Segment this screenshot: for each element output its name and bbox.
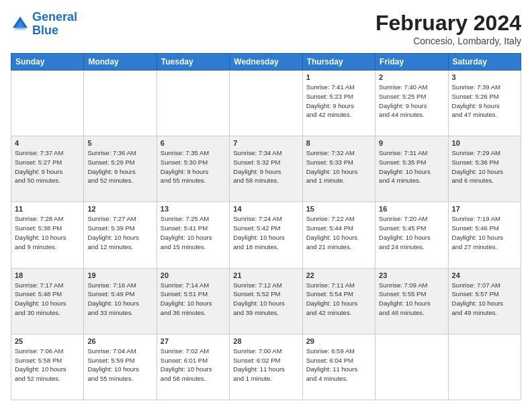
calendar-week-row: 25Sunrise: 7:06 AM Sunset: 5:58 PM Dayli… [11, 334, 521, 400]
calendar-cell [84, 71, 157, 136]
day-info: Sunrise: 7:27 AM Sunset: 5:39 PM Dayligh… [87, 214, 152, 251]
calendar-cell: 18Sunrise: 7:17 AM Sunset: 5:48 PM Dayli… [11, 268, 84, 334]
calendar-cell: 5Sunrise: 7:36 AM Sunset: 5:29 PM Daylig… [84, 136, 157, 202]
calendar-day-header: Friday [375, 54, 448, 71]
calendar-cell: 13Sunrise: 7:25 AM Sunset: 5:41 PM Dayli… [157, 202, 229, 268]
calendar-week-row: 4Sunrise: 7:37 AM Sunset: 5:27 PM Daylig… [11, 136, 521, 202]
logo: General Blue [11, 11, 77, 38]
calendar-cell: 27Sunrise: 7:02 AM Sunset: 6:01 PM Dayli… [157, 334, 229, 400]
day-number: 17 [452, 205, 517, 213]
day-info: Sunrise: 7:17 AM Sunset: 5:48 PM Dayligh… [15, 281, 80, 318]
calendar-cell [448, 334, 521, 400]
day-number: 14 [233, 205, 298, 213]
calendar-cell: 20Sunrise: 7:14 AM Sunset: 5:51 PM Dayli… [157, 268, 229, 334]
calendar-day-header: Monday [84, 54, 157, 71]
calendar-cell: 8Sunrise: 7:32 AM Sunset: 5:33 PM Daylig… [302, 136, 375, 202]
calendar-cell: 21Sunrise: 7:12 AM Sunset: 5:52 PM Dayli… [230, 268, 302, 334]
page: General Blue February 2024 Concesio, Lom… [0, 0, 532, 411]
day-info: Sunrise: 7:11 AM Sunset: 5:54 PM Dayligh… [306, 281, 371, 318]
day-number: 8 [306, 139, 371, 147]
day-number: 10 [452, 139, 517, 147]
day-info: Sunrise: 7:22 AM Sunset: 5:44 PM Dayligh… [306, 214, 371, 251]
calendar-cell: 25Sunrise: 7:06 AM Sunset: 5:58 PM Dayli… [11, 334, 84, 400]
day-number: 23 [379, 271, 444, 279]
calendar-cell: 1Sunrise: 7:41 AM Sunset: 5:23 PM Daylig… [302, 71, 375, 136]
day-info: Sunrise: 7:00 AM Sunset: 6:02 PM Dayligh… [233, 347, 298, 383]
calendar-cell [157, 71, 229, 136]
day-number: 5 [87, 139, 152, 147]
day-info: Sunrise: 7:35 AM Sunset: 5:30 PM Dayligh… [161, 148, 226, 185]
day-info: Sunrise: 7:16 AM Sunset: 5:49 PM Dayligh… [87, 281, 152, 318]
day-number: 20 [161, 271, 226, 279]
calendar-cell [230, 71, 302, 136]
day-info: Sunrise: 7:40 AM Sunset: 5:25 PM Dayligh… [379, 83, 444, 120]
day-info: Sunrise: 7:06 AM Sunset: 5:58 PM Dayligh… [15, 347, 80, 383]
calendar-day-header: Wednesday [230, 54, 302, 71]
calendar-cell [375, 334, 448, 400]
day-number: 28 [233, 337, 298, 345]
day-number: 15 [306, 205, 371, 213]
calendar-cell: 22Sunrise: 7:11 AM Sunset: 5:54 PM Dayli… [302, 268, 375, 334]
day-number: 6 [161, 139, 226, 147]
day-info: Sunrise: 7:31 AM Sunset: 5:35 PM Dayligh… [379, 148, 444, 185]
day-info: Sunrise: 7:24 AM Sunset: 5:42 PM Dayligh… [233, 214, 298, 251]
main-title: February 2024 [375, 11, 521, 36]
day-number: 11 [15, 205, 80, 213]
logo-line1: General [32, 10, 77, 24]
day-number: 26 [87, 337, 152, 345]
calendar-cell: 7Sunrise: 7:34 AM Sunset: 5:32 PM Daylig… [230, 136, 302, 202]
day-info: Sunrise: 7:25 AM Sunset: 5:41 PM Dayligh… [161, 214, 226, 251]
calendar-cell: 29Sunrise: 6:59 AM Sunset: 6:04 PM Dayli… [302, 334, 375, 400]
calendar-cell: 19Sunrise: 7:16 AM Sunset: 5:49 PM Dayli… [84, 268, 157, 334]
day-number: 29 [306, 337, 371, 345]
calendar-cell: 16Sunrise: 7:20 AM Sunset: 5:45 PM Dayli… [375, 202, 448, 268]
day-info: Sunrise: 7:12 AM Sunset: 5:52 PM Dayligh… [233, 281, 298, 318]
day-number: 18 [15, 271, 80, 279]
calendar-cell: 23Sunrise: 7:09 AM Sunset: 5:55 PM Dayli… [375, 268, 448, 334]
logo-text: General Blue [32, 11, 77, 38]
day-number: 22 [306, 271, 371, 279]
calendar-cell: 2Sunrise: 7:40 AM Sunset: 5:25 PM Daylig… [375, 71, 448, 136]
calendar-week-row: 1Sunrise: 7:41 AM Sunset: 5:23 PM Daylig… [11, 71, 521, 136]
calendar-cell: 26Sunrise: 7:04 AM Sunset: 5:59 PM Dayli… [84, 334, 157, 400]
day-number: 7 [233, 139, 298, 147]
day-number: 16 [379, 205, 444, 213]
calendar-cell [11, 71, 84, 136]
calendar-cell: 24Sunrise: 7:07 AM Sunset: 5:57 PM Dayli… [448, 268, 521, 334]
day-number: 9 [379, 139, 444, 147]
calendar-cell: 4Sunrise: 7:37 AM Sunset: 5:27 PM Daylig… [11, 136, 84, 202]
calendar-cell: 15Sunrise: 7:22 AM Sunset: 5:44 PM Dayli… [302, 202, 375, 268]
logo-line2: Blue [32, 24, 58, 37]
calendar-cell: 28Sunrise: 7:00 AM Sunset: 6:02 PM Dayli… [230, 334, 302, 400]
calendar-cell: 12Sunrise: 7:27 AM Sunset: 5:39 PM Dayli… [84, 202, 157, 268]
day-number: 2 [379, 73, 444, 81]
calendar-cell: 10Sunrise: 7:29 AM Sunset: 5:36 PM Dayli… [448, 136, 521, 202]
day-info: Sunrise: 7:29 AM Sunset: 5:36 PM Dayligh… [452, 148, 517, 185]
day-info: Sunrise: 6:59 AM Sunset: 6:04 PM Dayligh… [306, 347, 371, 383]
day-info: Sunrise: 7:34 AM Sunset: 5:32 PM Dayligh… [233, 148, 298, 185]
day-info: Sunrise: 7:28 AM Sunset: 5:38 PM Dayligh… [15, 214, 80, 251]
day-info: Sunrise: 7:39 AM Sunset: 5:26 PM Dayligh… [452, 83, 517, 120]
day-number: 25 [15, 337, 80, 345]
header: General Blue February 2024 Concesio, Lom… [11, 11, 521, 46]
calendar-table: SundayMondayTuesdayWednesdayThursdayFrid… [11, 53, 521, 400]
calendar-day-header: Saturday [448, 54, 521, 71]
day-info: Sunrise: 7:37 AM Sunset: 5:27 PM Dayligh… [15, 148, 80, 185]
day-info: Sunrise: 7:41 AM Sunset: 5:23 PM Dayligh… [306, 83, 371, 120]
day-number: 13 [161, 205, 226, 213]
calendar-cell: 9Sunrise: 7:31 AM Sunset: 5:35 PM Daylig… [375, 136, 448, 202]
day-info: Sunrise: 7:07 AM Sunset: 5:57 PM Dayligh… [452, 281, 517, 318]
day-number: 12 [87, 205, 152, 213]
calendar-day-header: Tuesday [157, 54, 229, 71]
day-number: 4 [15, 139, 80, 147]
day-info: Sunrise: 7:36 AM Sunset: 5:29 PM Dayligh… [87, 148, 152, 185]
day-info: Sunrise: 7:04 AM Sunset: 5:59 PM Dayligh… [87, 347, 152, 383]
day-number: 3 [452, 73, 517, 81]
day-number: 1 [306, 73, 371, 81]
day-number: 19 [87, 271, 152, 279]
calendar-header-row: SundayMondayTuesdayWednesdayThursdayFrid… [11, 54, 521, 71]
logo-icon [11, 15, 30, 34]
day-number: 27 [161, 337, 226, 345]
calendar-cell: 14Sunrise: 7:24 AM Sunset: 5:42 PM Dayli… [230, 202, 302, 268]
day-info: Sunrise: 7:19 AM Sunset: 5:46 PM Dayligh… [452, 214, 517, 251]
